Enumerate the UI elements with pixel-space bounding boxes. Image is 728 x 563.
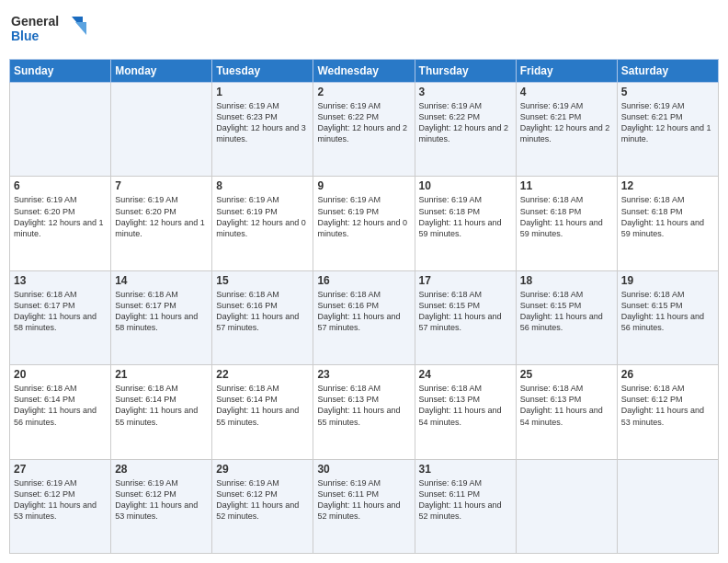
day-info: Sunrise: 6:18 AM Sunset: 6:13 PM Dayligh… [520, 383, 613, 428]
day-number: 23 [317, 368, 410, 381]
calendar-cell: 17Sunrise: 6:18 AM Sunset: 6:15 PM Dayli… [415, 270, 516, 364]
calendar-cell: 16Sunrise: 6:18 AM Sunset: 6:16 PM Dayli… [313, 270, 415, 364]
calendar-cell [111, 83, 212, 177]
day-number: 5 [621, 86, 714, 98]
day-info: Sunrise: 6:19 AM Sunset: 6:20 PM Dayligh… [115, 194, 208, 239]
calendar-cell: 8Sunrise: 6:19 AM Sunset: 6:19 PM Daylig… [212, 177, 313, 270]
day-number: 26 [621, 368, 714, 381]
calendar-cell: 5Sunrise: 6:19 AM Sunset: 6:21 PM Daylig… [617, 83, 718, 177]
svg-text:Blue: Blue [11, 29, 40, 43]
logo: General Blue [9, 9, 92, 52]
day-info: Sunrise: 6:19 AM Sunset: 6:12 PM Dayligh… [115, 477, 208, 523]
weekday-header-wednesday: Wednesday [313, 60, 415, 83]
calendar-cell: 2Sunrise: 6:19 AM Sunset: 6:22 PM Daylig… [313, 83, 415, 177]
svg-marker-3 [75, 22, 86, 35]
svg-text:General: General [11, 14, 59, 29]
calendar-cell: 7Sunrise: 6:19 AM Sunset: 6:20 PM Daylig… [111, 177, 212, 270]
calendar-cell: 10Sunrise: 6:19 AM Sunset: 6:18 PM Dayli… [415, 177, 516, 270]
calendar-cell: 20Sunrise: 6:18 AM Sunset: 6:14 PM Dayli… [10, 365, 111, 459]
calendar-week-5: 27Sunrise: 6:19 AM Sunset: 6:12 PM Dayli… [10, 459, 719, 553]
day-info: Sunrise: 6:18 AM Sunset: 6:18 PM Dayligh… [520, 194, 613, 239]
day-info: Sunrise: 6:19 AM Sunset: 6:22 PM Dayligh… [419, 100, 512, 145]
day-number: 8 [216, 179, 309, 192]
calendar-cell [10, 83, 111, 177]
day-number: 28 [115, 463, 208, 476]
day-info: Sunrise: 6:19 AM Sunset: 6:11 PM Dayligh… [419, 477, 512, 523]
day-info: Sunrise: 6:18 AM Sunset: 6:15 PM Dayligh… [621, 289, 714, 334]
calendar-cell: 25Sunrise: 6:18 AM Sunset: 6:13 PM Dayli… [516, 365, 617, 459]
calendar-header: SundayMondayTuesdayWednesdayThursdayFrid… [10, 60, 719, 83]
day-info: Sunrise: 6:18 AM Sunset: 6:14 PM Dayligh… [14, 383, 107, 428]
calendar-week-4: 20Sunrise: 6:18 AM Sunset: 6:14 PM Dayli… [10, 365, 719, 459]
calendar-cell: 28Sunrise: 6:19 AM Sunset: 6:12 PM Dayli… [111, 459, 212, 553]
day-info: Sunrise: 6:19 AM Sunset: 6:23 PM Dayligh… [216, 100, 309, 145]
day-number: 6 [14, 179, 107, 192]
day-number: 10 [419, 179, 512, 192]
calendar-cell: 30Sunrise: 6:19 AM Sunset: 6:11 PM Dayli… [313, 459, 415, 553]
calendar-table: SundayMondayTuesdayWednesdayThursdayFrid… [9, 59, 719, 554]
calendar-cell: 27Sunrise: 6:19 AM Sunset: 6:12 PM Dayli… [10, 459, 111, 553]
calendar-cell [617, 459, 718, 553]
day-number: 13 [14, 274, 107, 287]
day-number: 11 [520, 179, 613, 192]
calendar-cell: 13Sunrise: 6:18 AM Sunset: 6:17 PM Dayli… [10, 270, 111, 364]
day-number: 14 [115, 274, 208, 287]
day-info: Sunrise: 6:18 AM Sunset: 6:12 PM Dayligh… [621, 383, 714, 428]
calendar-week-2: 6Sunrise: 6:19 AM Sunset: 6:20 PM Daylig… [10, 177, 719, 270]
day-number: 4 [520, 86, 613, 98]
calendar-cell: 24Sunrise: 6:18 AM Sunset: 6:13 PM Dayli… [415, 365, 516, 459]
calendar-cell: 4Sunrise: 6:19 AM Sunset: 6:21 PM Daylig… [516, 83, 617, 177]
calendar-cell: 1Sunrise: 6:19 AM Sunset: 6:23 PM Daylig… [212, 83, 313, 177]
day-number: 7 [115, 179, 208, 192]
day-info: Sunrise: 6:19 AM Sunset: 6:21 PM Dayligh… [520, 100, 613, 145]
day-info: Sunrise: 6:18 AM Sunset: 6:15 PM Dayligh… [520, 289, 613, 334]
day-number: 20 [14, 368, 107, 381]
day-info: Sunrise: 6:19 AM Sunset: 6:19 PM Dayligh… [216, 194, 309, 239]
calendar-cell: 19Sunrise: 6:18 AM Sunset: 6:15 PM Dayli… [617, 270, 718, 364]
weekday-header-friday: Friday [516, 60, 617, 83]
calendar-cell: 22Sunrise: 6:18 AM Sunset: 6:14 PM Dayli… [212, 365, 313, 459]
day-info: Sunrise: 6:19 AM Sunset: 6:11 PM Dayligh… [317, 477, 410, 523]
weekday-header-thursday: Thursday [415, 60, 516, 83]
day-number: 25 [520, 368, 613, 381]
day-number: 30 [317, 463, 410, 476]
calendar-cell: 21Sunrise: 6:18 AM Sunset: 6:14 PM Dayli… [111, 365, 212, 459]
day-info: Sunrise: 6:19 AM Sunset: 6:21 PM Dayligh… [621, 100, 714, 145]
calendar-cell: 31Sunrise: 6:19 AM Sunset: 6:11 PM Dayli… [415, 459, 516, 553]
day-number: 18 [520, 274, 613, 287]
calendar-cell: 9Sunrise: 6:19 AM Sunset: 6:19 PM Daylig… [313, 177, 415, 270]
day-info: Sunrise: 6:19 AM Sunset: 6:22 PM Dayligh… [317, 100, 410, 145]
weekday-header-saturday: Saturday [617, 60, 718, 83]
weekday-header-sunday: Sunday [10, 60, 111, 83]
day-info: Sunrise: 6:19 AM Sunset: 6:19 PM Dayligh… [317, 194, 410, 239]
day-number: 19 [621, 274, 714, 287]
day-info: Sunrise: 6:18 AM Sunset: 6:16 PM Dayligh… [317, 289, 410, 334]
day-info: Sunrise: 6:18 AM Sunset: 6:15 PM Dayligh… [419, 289, 512, 334]
calendar-cell: 18Sunrise: 6:18 AM Sunset: 6:15 PM Dayli… [516, 270, 617, 364]
day-info: Sunrise: 6:19 AM Sunset: 6:18 PM Dayligh… [419, 194, 512, 239]
calendar-cell: 11Sunrise: 6:18 AM Sunset: 6:18 PM Dayli… [516, 177, 617, 270]
calendar-cell: 12Sunrise: 6:18 AM Sunset: 6:18 PM Dayli… [617, 177, 718, 270]
calendar-cell: 15Sunrise: 6:18 AM Sunset: 6:16 PM Dayli… [212, 270, 313, 364]
day-number: 17 [419, 274, 512, 287]
day-number: 29 [216, 463, 309, 476]
weekday-header-row: SundayMondayTuesdayWednesdayThursdayFrid… [10, 60, 719, 83]
calendar-cell: 26Sunrise: 6:18 AM Sunset: 6:12 PM Dayli… [617, 365, 718, 459]
calendar-cell: 23Sunrise: 6:18 AM Sunset: 6:13 PM Dayli… [313, 365, 415, 459]
calendar-cell [516, 459, 617, 553]
day-number: 1 [216, 86, 309, 98]
calendar-cell: 29Sunrise: 6:19 AM Sunset: 6:12 PM Dayli… [212, 459, 313, 553]
day-info: Sunrise: 6:18 AM Sunset: 6:17 PM Dayligh… [14, 289, 107, 334]
day-number: 16 [317, 274, 410, 287]
day-info: Sunrise: 6:18 AM Sunset: 6:16 PM Dayligh… [216, 289, 309, 334]
day-number: 12 [621, 179, 714, 192]
day-info: Sunrise: 6:18 AM Sunset: 6:17 PM Dayligh… [115, 289, 208, 334]
day-number: 3 [419, 86, 512, 98]
page: General Blue SundayMondayTuesdayWednesda… [0, 0, 728, 563]
day-info: Sunrise: 6:19 AM Sunset: 6:12 PM Dayligh… [216, 477, 309, 523]
day-number: 22 [216, 368, 309, 381]
day-number: 9 [317, 179, 410, 192]
day-info: Sunrise: 6:18 AM Sunset: 6:18 PM Dayligh… [621, 194, 714, 239]
weekday-header-tuesday: Tuesday [212, 60, 313, 83]
day-number: 31 [419, 463, 512, 476]
